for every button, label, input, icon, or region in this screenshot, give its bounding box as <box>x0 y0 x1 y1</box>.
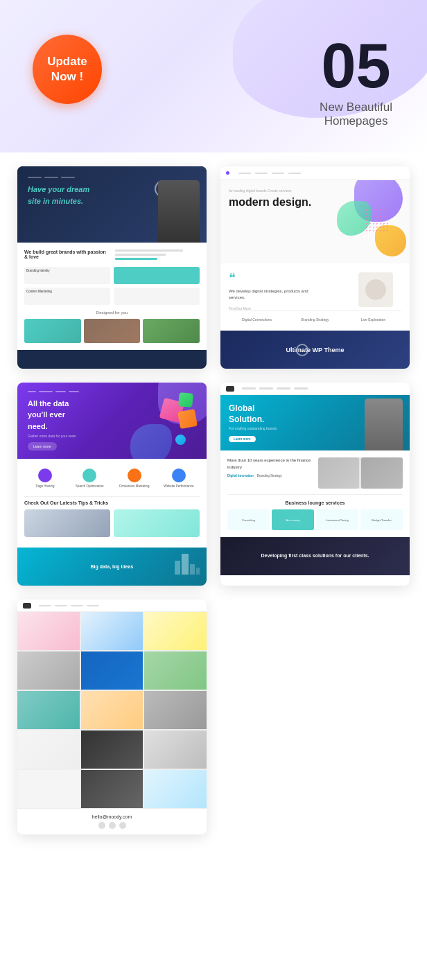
hp5-tile-12 <box>144 730 207 769</box>
hp2-hero-title: modern design. <box>229 195 324 209</box>
hp4-exp-text-block: More than 10 years experience in the fin… <box>227 457 313 489</box>
hp2-hero-area: for leading digital brands Create servic… <box>220 180 410 263</box>
hp3-body: Page Hosting Search Optimization Convers… <box>17 459 207 548</box>
hp4-service-text-1: Consulting <box>242 518 255 522</box>
hp4-experience-section: More than 10 years experience in the fin… <box>227 457 403 489</box>
hp5-tile-1 <box>17 612 80 650</box>
hp3-icon-3: Conversion Marketing <box>114 466 155 491</box>
hp4-exp-text: More than 10 years experience in the fin… <box>227 457 313 471</box>
hp5-tile-14 <box>81 770 143 808</box>
hp3-iso-block-3 <box>178 392 193 408</box>
hp5-tile-7 <box>17 691 80 729</box>
hp2-service-3: Live Exploration <box>345 315 401 324</box>
homepage-5-card[interactable]: hello@moody.com <box>17 600 207 834</box>
hp3-isometric-art <box>148 386 203 452</box>
hp4-hero-btn[interactable]: Learn more <box>229 436 256 442</box>
hp5-social-icon-2 <box>109 822 116 829</box>
hp4-exp-img-2 <box>361 457 403 489</box>
big-number: 05 <box>320 35 392 97</box>
hp2-body: ❝ We develop digital strategies, product… <box>220 263 410 331</box>
homepage-4-card[interactable]: GlobalSolution. For crafting outstanding… <box>220 383 410 586</box>
hp3-blog-img-2 <box>114 509 200 537</box>
hp5-tile-13 <box>17 770 80 808</box>
hp4-exp-img-1 <box>318 457 360 489</box>
hp5-social-icon-1 <box>98 822 105 829</box>
hp4-nav-links <box>242 387 308 390</box>
hp3-icon-4: Website Performance <box>158 466 200 491</box>
hp1-card-3 <box>114 288 200 305</box>
hp2-dots-decoration <box>365 208 389 232</box>
update-badge[interactable]: UpdateNow ! <box>33 35 102 104</box>
hp2-nav <box>220 166 410 180</box>
hp5-social-icon-3 <box>119 822 126 829</box>
hp4-footer-dark-text: Developing first class solutions for our… <box>261 552 369 560</box>
hp4-service-box-2: Accounting <box>272 509 314 530</box>
hp1-card-1: Branding Identity <box>24 267 110 284</box>
homepage-2-card[interactable]: for leading digital brands Create servic… <box>220 166 410 369</box>
hp5-tile-2 <box>81 612 143 650</box>
hp1-card-2: Content Marketing <box>24 288 110 305</box>
subtitle-text: New BeautifulHomepages <box>320 100 392 128</box>
hp4-exp-labels: Digital Innovation Branding Strategy <box>227 474 313 478</box>
hp3-blog-row <box>24 509 200 537</box>
hp3-footer-illustration <box>175 554 200 575</box>
homepage-3-card[interactable]: All the data you'll ever need. Gather mo… <box>17 383 207 586</box>
hp3-cta-button[interactable]: Learn more <box>28 442 57 450</box>
hp5-social-icons <box>23 822 201 829</box>
hp1-hero-text: Have your dream site in minutes. <box>28 184 121 207</box>
hp1-services-grid: Branding Identity Content Marketing <box>24 267 200 305</box>
hp3-icon-circle-3 <box>128 469 141 482</box>
homepage-1-card[interactable]: Have your dream site in minutes. We buil… <box>17 166 207 369</box>
hp1-body-title: We build great brands with passion & lov… <box>24 250 110 259</box>
hp5-nav <box>17 600 207 612</box>
hp1-img-2 <box>84 319 141 343</box>
hp4-services-grid: Consulting Accounting Investment Timing … <box>227 509 403 530</box>
hp3-hero: All the data you'll ever need. Gather mo… <box>17 383 207 459</box>
hp2-service-1: Digital Connections <box>229 315 285 324</box>
hp3-footer-bar: Big data, big ideas <box>17 548 207 586</box>
hp5-footer-email: hello@moody.com <box>23 814 201 819</box>
hp1-designed-label: Designed for you <box>24 310 200 315</box>
hp1-img-1 <box>24 319 81 343</box>
hp3-blog-section: Check Out Our Latests Tips & Tricks <box>24 496 200 541</box>
hp4-service-box-1: Consulting <box>227 509 270 530</box>
hp2-body-inner: ❝ We develop digital strategies, product… <box>229 270 401 310</box>
hp5-tile-6 <box>144 651 207 690</box>
bottom-right-spacer <box>220 600 410 834</box>
hp5-footer: hello@moody.com <box>17 808 207 834</box>
hp3-icon-circle-1 <box>38 469 52 482</box>
hp4-nav-logo <box>226 386 234 392</box>
hp1-person-image <box>158 180 200 243</box>
hp3-icon-circle-4 <box>172 469 186 482</box>
hp5-tile-4 <box>17 651 80 690</box>
hp3-blog-title: Check Out Our Latests Tips & Tricks <box>24 500 200 505</box>
hero-section: UpdateNow ! 05 New BeautifulHomepages <box>0 0 427 152</box>
hp2-body-text: We develop digital strategies, products … <box>229 288 324 301</box>
hp1-card-green <box>114 267 200 284</box>
update-badge-text: UpdateNow ! <box>47 54 87 85</box>
hp4-exp-images <box>318 457 403 489</box>
hp4-hero-person <box>365 399 403 450</box>
hp4-service-text-4: Budget Transfer <box>372 518 391 522</box>
hp3-hero-text: All the data you'll ever need. <box>28 398 84 432</box>
hp2-logo-dot <box>226 171 229 175</box>
hp4-service-text-3: Investment Timing <box>326 518 348 522</box>
hp3-icon-2: Search Optimization <box>69 466 110 491</box>
hp4-services-section: Business lounge services Consulting Acco… <box>227 494 403 530</box>
hp5-tile-8 <box>81 691 143 729</box>
hp2-dark-bar: Ultimate WP Theme <box>220 331 410 369</box>
hp1-img-3 <box>143 319 200 343</box>
hp5-tile-10 <box>17 730 80 769</box>
hp4-exp-label-1: Digital Innovation <box>227 474 254 478</box>
hp3-blog-img-1 <box>24 509 110 537</box>
hp5-tile-9 <box>144 691 207 729</box>
hp1-hero: Have your dream site in minutes. <box>17 166 207 243</box>
content-area: Have your dream site in minutes. We buil… <box>0 152 427 848</box>
hp1-image-row <box>24 319 200 343</box>
number-section: 05 New BeautifulHomepages <box>320 35 392 128</box>
hp2-dark-bar-text: Ultimate WP Theme <box>286 347 345 353</box>
hp4-exp-label-2: Branding Strategy <box>257 474 282 478</box>
hp5-tile-15 <box>144 770 207 808</box>
hp2-services-row: Digital Connections Branding Strategy Li… <box>229 310 401 324</box>
hp4-nav-link-3 <box>277 387 290 390</box>
